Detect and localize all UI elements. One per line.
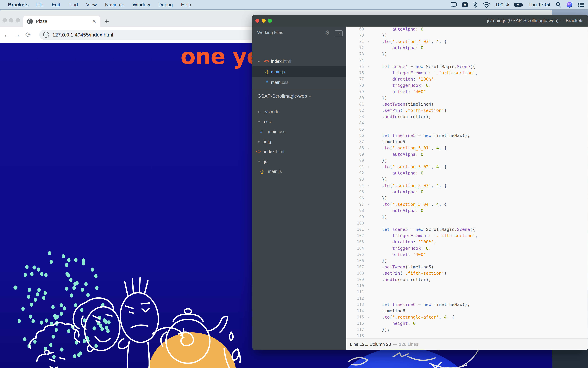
code-line: 72 autoAlpha: 0 [346, 45, 588, 51]
menu-bar-clock[interactable]: Thu 17:04 [528, 2, 550, 8]
menu-item-view[interactable]: View [82, 2, 101, 8]
code-line: 80 }) [346, 95, 588, 101]
code-text: autoAlpha: 0 [372, 171, 423, 175]
line-number: 106 [346, 258, 365, 263]
code-line: 69 autoAlpha: 0 [346, 27, 588, 32]
working-file-main.css[interactable]: #main.css [252, 77, 346, 88]
code-text: autoAlpha: 0 [372, 208, 423, 213]
line-number: 100 [346, 221, 365, 225]
input-source-icon[interactable]: A [462, 2, 468, 8]
chevron-expanded-icon[interactable]: ▾ [258, 119, 260, 124]
code-line: 79 offset: '400' [346, 88, 588, 95]
menu-item-debug[interactable]: Debug [154, 2, 177, 8]
reload-icon[interactable]: ⟳ [25, 31, 31, 39]
tree-item-js[interactable]: ▾js [252, 156, 346, 166]
browser-zoom-button[interactable] [16, 18, 20, 23]
notification-center-icon[interactable] [578, 2, 584, 7]
spotlight-search-icon[interactable] [555, 2, 561, 8]
line-number: 107 [346, 265, 365, 269]
code-text: }) [372, 33, 387, 38]
fold-marker-icon[interactable]: ▾ [365, 65, 372, 68]
page-info-icon[interactable]: i [43, 32, 49, 38]
editor-status-bar: Line 121, Column 23 — 128 Lines [346, 339, 588, 350]
working-file-index.html[interactable]: ●<>index.html [252, 56, 346, 66]
fold-marker-icon[interactable]: ▾ [365, 146, 372, 150]
menu-item-file[interactable]: File [31, 2, 47, 8]
code-editor[interactable]: 69 autoAlpha: 070 })71▾ .to('.section_4_… [346, 27, 588, 339]
code-line: 78 triggerHook: 0, [346, 82, 588, 89]
project-name: GSAP-Scrollmagic-web [257, 93, 307, 99]
tree-item-main.css[interactable]: #main.css [252, 127, 346, 137]
project-dropdown[interactable]: GSAP-Scrollmagic-web▾ [257, 93, 311, 99]
menu-item-navigate[interactable]: Navigate [101, 2, 129, 8]
sidebar-divider [252, 89, 346, 89]
tree-item-.vscode[interactable]: ▸.vscode [252, 107, 346, 117]
svg-text:A: A [464, 2, 466, 7]
tree-item-img[interactable]: ▸img [252, 137, 346, 147]
code-text: .addTo(controller); [372, 277, 431, 282]
code-line: 111 [346, 289, 588, 295]
code-text: .setPin('.forth-section') [372, 108, 447, 113]
code-text: autoAlpha: 0 [372, 152, 423, 157]
menu-item-find[interactable]: Find [64, 2, 82, 8]
gear-icon[interactable]: ⚙ [325, 30, 330, 36]
forward-icon[interactable]: → [14, 31, 20, 39]
fold-marker-icon[interactable]: ▾ [365, 228, 372, 231]
chevron-collapsed-icon[interactable]: ▸ [258, 109, 260, 114]
menu-item-window[interactable]: Window [129, 2, 154, 8]
code-line: 94▾ .to('.section_5_03', 4, { [346, 182, 588, 189]
code-line: 114 timeline6 [346, 308, 588, 314]
code-text: }) [372, 196, 387, 201]
code-line: 100 [346, 220, 588, 226]
tree-item-index.html[interactable]: <>index.html [252, 147, 346, 156]
fold-marker-icon[interactable]: ▾ [365, 315, 372, 319]
code-line: 73 }) [346, 51, 588, 57]
bluetooth-icon[interactable] [473, 1, 477, 8]
tree-item-main.js[interactable]: {}main.js [252, 166, 346, 176]
chevron-collapsed-icon[interactable]: ▸ [258, 139, 260, 144]
airplay-display-icon[interactable] [450, 2, 457, 8]
code-text: duration: '100%', [372, 239, 436, 244]
chevron-down-icon: ▾ [309, 94, 311, 98]
brackets-title-bar[interactable]: js/main.js (GSAP-Scrollmagic-web) — Brac… [252, 15, 588, 27]
line-number: 71 [346, 39, 365, 44]
menu-item-help[interactable]: Help [177, 2, 195, 8]
code-text: .to('.section_5_01', 4, { [372, 145, 447, 150]
menu-item-edit[interactable]: Edit [48, 2, 64, 8]
minimize-button[interactable] [262, 19, 266, 23]
code-line: 82 .setPin('.forth-section') [346, 107, 588, 114]
code-line: 96 }) [346, 195, 588, 201]
project-tree: ▸.vscode▾css#main.css▸img<>index.html▾js… [252, 107, 346, 176]
working-file-main.js[interactable]: {}main.js [252, 66, 346, 77]
line-number: 114 [346, 309, 365, 313]
fold-marker-icon[interactable]: ▾ [365, 184, 372, 187]
browser-tab[interactable]: Pizza ✕ [23, 16, 100, 27]
browser-minimize-button[interactable] [9, 18, 13, 23]
chevron-expanded-icon[interactable]: ▾ [258, 159, 260, 164]
code-line: 91▾ .to('.section_5_02', 4, { [346, 164, 588, 170]
tab-favicon-globe-icon [27, 18, 33, 24]
tree-item-css[interactable]: ▾css [252, 117, 346, 127]
browser-close-button[interactable] [2, 18, 7, 23]
code-text: .to('.section_5_03', 4, { [372, 183, 447, 188]
line-number: 95 [346, 190, 365, 194]
screen: Brackets FileEditFindViewNavigateWindowD… [0, 0, 588, 368]
code-line: 86 let timeline5 = new TimelineMax(); [346, 132, 588, 138]
fold-marker-icon[interactable]: ▾ [365, 165, 372, 168]
code-line: 103 duration: '100%', [346, 239, 588, 245]
working-files-list: ●<>index.html{}main.js#main.css [252, 56, 346, 88]
wifi-icon[interactable] [483, 2, 490, 8]
menu-app-name[interactable]: Brackets [8, 2, 29, 8]
fold-marker-icon[interactable]: ▾ [365, 203, 372, 206]
siri-icon[interactable] [566, 2, 573, 8]
code-text: let scene4 = new ScrollMagic.Scene({ [372, 64, 475, 69]
zoom-button[interactable] [268, 19, 272, 23]
close-button[interactable] [255, 19, 259, 23]
code-line: 89 autoAlpha: 0 [346, 151, 588, 157]
fold-marker-icon[interactable]: ▾ [365, 40, 372, 43]
back-icon[interactable]: ← [3, 31, 10, 39]
code-text: }) [372, 52, 387, 56]
code-line: 109 .addTo(controller); [346, 276, 588, 283]
tab-close-icon[interactable]: ✕ [92, 18, 96, 24]
split-view-icon[interactable]: ↔ [335, 30, 342, 36]
